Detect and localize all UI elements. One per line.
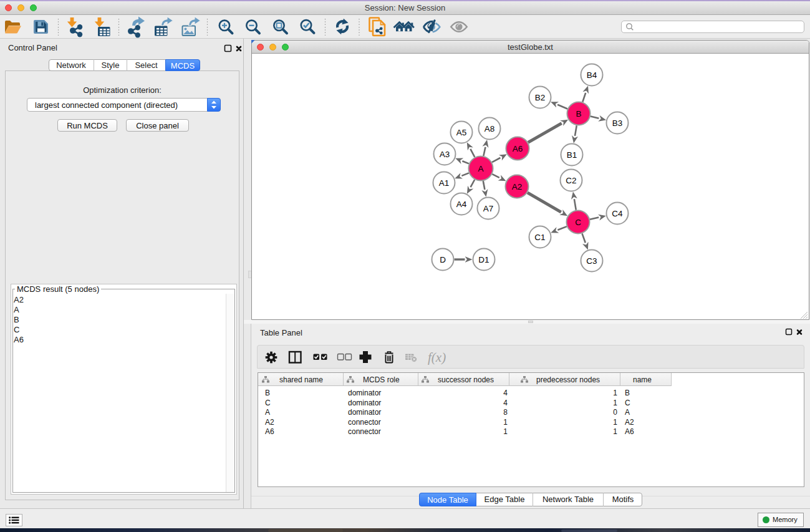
svg-text:B1: B1: [567, 150, 577, 160]
svg-text:C2: C2: [566, 176, 576, 185]
svg-text:B3: B3: [612, 118, 623, 128]
svg-text:A2: A2: [512, 182, 523, 191]
svg-text:C1: C1: [534, 233, 545, 242]
svg-text:A1: A1: [439, 178, 450, 188]
svg-text:A7: A7: [483, 204, 494, 213]
svg-text:A8: A8: [485, 124, 495, 133]
svg-text:C: C: [575, 218, 581, 227]
svg-text:A: A: [478, 164, 483, 173]
svg-text:B: B: [576, 109, 581, 118]
svg-text:B2: B2: [535, 93, 546, 102]
svg-text:C4: C4: [612, 209, 623, 218]
svg-text:D: D: [440, 255, 446, 264]
svg-text:D1: D1: [478, 255, 489, 264]
svg-text:A6: A6: [513, 144, 523, 153]
svg-text:A5: A5: [456, 128, 467, 137]
svg-text:C3: C3: [586, 256, 597, 266]
svg-text:A3: A3: [440, 150, 450, 159]
svg-text:A4: A4: [456, 200, 467, 209]
svg-text:f(x): f(x): [428, 350, 446, 365]
svg-text:B4: B4: [587, 70, 597, 80]
